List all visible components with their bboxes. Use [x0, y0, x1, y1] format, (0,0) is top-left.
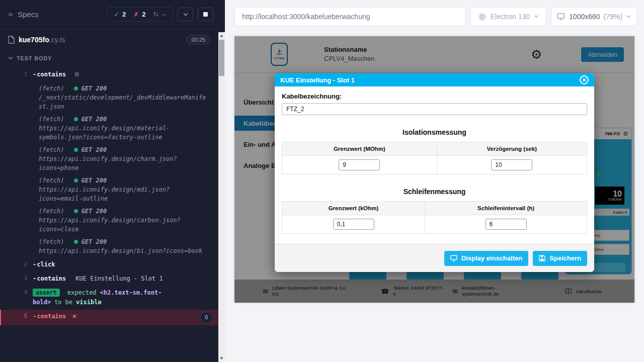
- browser-name: Electron 130: [491, 13, 530, 21]
- column-header: Verzögerung (sek): [437, 142, 587, 156]
- fetch-log-row[interactable]: (fetch) GET 200 https://api.iconify.desi…: [0, 144, 218, 173]
- viewport-size: 1000x660: [569, 13, 600, 21]
- spec-name: kue705fo: [19, 36, 49, 44]
- pending-icon: ↻: [153, 11, 158, 18]
- success-dot-icon: [74, 148, 78, 152]
- passed-count: 2: [122, 11, 126, 18]
- grenzwert-kohm-input[interactable]: [333, 219, 374, 230]
- command-method: click: [33, 261, 55, 268]
- fetch-log-row[interactable]: (fetch) GET 200 /_next/static/developmen…: [0, 83, 218, 112]
- reporter-header: Specs ✓ 2 ✗ 2 ↻ --: [0, 0, 218, 29]
- scrollbar-cap: [218, 0, 225, 32]
- passed-check-icon: ✓: [114, 11, 119, 18]
- scroll-down-arrow[interactable]: ▼: [218, 355, 225, 362]
- fetch-log-row[interactable]: (fetch) GET 200 https://api.iconify.desi…: [0, 114, 218, 143]
- modal-title: KUE Einstellung - Slot 1: [280, 76, 355, 84]
- electron-icon: [478, 13, 487, 21]
- fetch-status: GET 200: [82, 84, 107, 93]
- kabelbezeichnung-label: Kabelbezeichnung:: [282, 93, 587, 100]
- modal-footer: Display einschalten Speichern: [275, 244, 594, 272]
- close-icon[interactable]: ×: [580, 75, 589, 84]
- failed-count: 2: [142, 11, 145, 18]
- reporter-scrollbar[interactable]: ▲ ▼: [218, 32, 225, 362]
- test-stats[interactable]: ✓ 2 ✗ 2 ↻ --: [107, 7, 173, 22]
- stat-pending[interactable]: ↻ --: [153, 11, 166, 18]
- schleifenmessung-title: Schleifenmessung: [282, 188, 587, 196]
- browser-select[interactable]: Electron 130: [470, 7, 546, 26]
- scrollbar-thumb[interactable]: [219, 40, 224, 76]
- fetch-label: (fetch): [39, 176, 64, 185]
- command-number: 5: [17, 312, 27, 323]
- stop-run-button[interactable]: [198, 8, 213, 21]
- fetch-log-row[interactable]: (fetch) GET 200 https://api.iconify.desi…: [0, 175, 218, 204]
- isolationsmessung-title: Isolationsmessung: [282, 128, 587, 136]
- fetch-status: GET 200: [82, 207, 107, 216]
- test-body-toggle[interactable]: TEST BODY: [0, 50, 218, 65]
- spec-file-icon: [8, 36, 15, 44]
- command-number: 2: [17, 260, 27, 269]
- grenzwert-mohm-input[interactable]: [339, 159, 380, 170]
- kabelbezeichnung-input[interactable]: [282, 103, 587, 115]
- spec-file-row[interactable]: kue705fo .cy.ts 00:25: [0, 29, 218, 50]
- runner-topbar: http://localhost:3000/kabelueberwachung …: [225, 0, 644, 26]
- fetch-url: https://api.iconify.design/bi.json?icons…: [39, 246, 209, 255]
- url-bar[interactable]: http://localhost:3000/kabelueberwachung: [234, 7, 466, 26]
- display-einschalten-button[interactable]: Display einschalten: [444, 251, 528, 266]
- scroll-up-arrow[interactable]: ▲: [218, 32, 225, 39]
- fetch-log-row[interactable]: (fetch) GET 200 https://api.iconify.desi…: [0, 236, 218, 256]
- fetch-status: GET 200: [82, 237, 107, 246]
- success-dot-icon: [74, 209, 78, 213]
- fetch-url: https://api.iconify.design/charm.json?ic…: [39, 154, 209, 172]
- match-count-badge: 0: [200, 312, 212, 323]
- schleifenmessung-table: Grenzwert (kOhm) Schleifenintervall (h): [282, 201, 587, 234]
- runner-panel: http://localhost:3000/kabelueberwachung …: [225, 0, 644, 362]
- failed-command-row[interactable]: 5 contains × 0: [0, 310, 218, 325]
- command-number: 3: [17, 274, 27, 284]
- chevron-down-icon: [8, 56, 13, 61]
- fetch-url: https://api.iconify.design/material-symb…: [39, 124, 209, 142]
- schleifenintervall-input[interactable]: [486, 219, 527, 230]
- stat-failed[interactable]: ✗ 2: [133, 11, 145, 18]
- assert-row[interactable]: 4 assert expected<h2.text-sm.font-bold>t…: [0, 286, 218, 309]
- success-dot-icon: [74, 117, 78, 121]
- command-argument: KUE Einstellung - Slot 1: [75, 275, 163, 282]
- command-row[interactable]: 2 click: [0, 258, 218, 272]
- specs-list-icon[interactable]: [8, 12, 13, 17]
- fetch-status: GET 200: [82, 176, 107, 185]
- chevron-down-icon: [183, 12, 188, 17]
- collapse-reporter-button[interactable]: [178, 8, 193, 21]
- verzoegerung-sek-input[interactable]: [491, 159, 532, 170]
- command-number: 1: [17, 70, 27, 79]
- failed-x-icon: ✗: [133, 11, 139, 18]
- monitor-icon: [450, 255, 457, 261]
- spec-timer: 00:25: [186, 35, 210, 45]
- viewport-icon: [557, 13, 566, 21]
- modal-header: KUE Einstellung - Slot 1 ×: [275, 73, 594, 86]
- column-header: Schleifenintervall (h): [425, 202, 587, 215]
- command-method: contains: [33, 275, 66, 282]
- stop-icon: [203, 12, 208, 17]
- fetch-label: (fetch): [39, 145, 64, 154]
- speichern-button[interactable]: Speichern: [533, 251, 587, 266]
- chevron-down-icon: [534, 14, 539, 19]
- success-dot-icon: [74, 178, 78, 183]
- fetch-url: https://api.iconify.design/carbon.json?i…: [39, 216, 209, 234]
- fetch-log-row[interactable]: (fetch) GET 200 https://api.iconify.desi…: [0, 206, 218, 235]
- command-row[interactable]: 3 contains KUE Einstellung - Slot 1: [0, 272, 218, 286]
- fetch-url: /_next/static/development/_devMiddleware…: [39, 93, 209, 111]
- command-row[interactable]: 1 contains ⚙: [0, 68, 218, 81]
- fetch-label: (fetch): [39, 84, 64, 93]
- specs-label[interactable]: Specs: [18, 10, 39, 19]
- aut-frame: ⚓ LITTWIN Stationsname CPLV4_Maschen ⚙ A…: [234, 36, 634, 303]
- viewport-select[interactable]: 1000x660 (79%): [551, 7, 637, 26]
- gear-icon: ⚙: [74, 71, 79, 78]
- fetch-label: (fetch): [39, 207, 64, 216]
- column-header: Grenzwert (kOhm): [282, 202, 425, 215]
- command-argument: ×: [72, 312, 77, 323]
- stat-passed[interactable]: ✓ 2: [114, 11, 126, 18]
- command-method: contains: [33, 71, 66, 78]
- command-number: 4: [17, 288, 27, 307]
- success-dot-icon: [74, 86, 78, 90]
- kue-settings-modal: KUE Einstellung - Slot 1 × Kabelbezeichn…: [275, 73, 594, 272]
- fetch-label: (fetch): [39, 115, 64, 124]
